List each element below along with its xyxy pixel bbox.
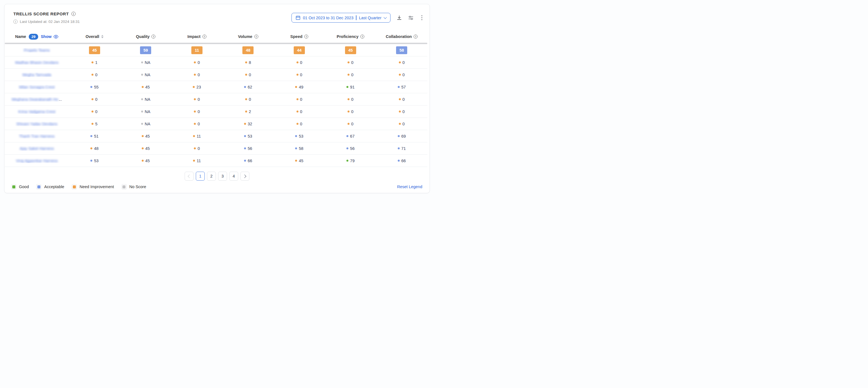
score-text: 0 [351, 60, 353, 65]
score-value: 11 [171, 158, 223, 163]
info-icon[interactable] [414, 35, 417, 38]
column-label: Volume [238, 34, 252, 39]
status-dot-icon [398, 86, 400, 88]
status-dot-icon [346, 147, 348, 149]
status-dot-icon [90, 147, 92, 149]
page-button-2[interactable]: 2 [207, 172, 216, 181]
title-info-icon[interactable] [71, 12, 75, 16]
score-value: 1 [69, 60, 120, 65]
score-legend: Good Acceptable Need Improvement No Scor… [11, 184, 146, 189]
score-value: 91 [325, 85, 376, 89]
member-name-link[interactable]: Madhav Bhasin Devdans [15, 60, 59, 65]
score-value: 0 [69, 97, 120, 101]
table-row: Ajay Saket Harness4845056585671 [5, 142, 427, 155]
member-name-link[interactable]: Megha Tamvada [22, 72, 51, 77]
status-dot-icon [297, 61, 299, 63]
info-icon[interactable] [360, 35, 364, 38]
status-dot-icon [346, 160, 348, 161]
score-text: 0 [197, 122, 200, 126]
table-body: Propelo Teams45591148444558Madhav Bhasin… [5, 44, 427, 167]
status-dot-icon [295, 160, 297, 161]
score-value: 53 [69, 158, 120, 163]
member-name-link[interactable]: Meghana Dwarakanath Ho [12, 97, 58, 101]
member-name-link[interactable]: Shivani Yadav Devdans [16, 122, 57, 126]
score-value: 0 [171, 97, 223, 101]
page-button-4[interactable]: 4 [229, 172, 238, 181]
show-names-button[interactable]: Show [41, 34, 59, 39]
status-dot-icon [90, 86, 92, 88]
date-divider [356, 16, 356, 20]
table-row: Meghana Dwarakanath Ho...0NA00000 [5, 93, 427, 106]
score-text: 0 [402, 60, 405, 65]
sort-carets-icon[interactable] [101, 35, 103, 38]
page-button-1[interactable]: 1 [196, 172, 205, 181]
score-text: 58 [299, 146, 303, 151]
info-icon[interactable] [203, 35, 207, 38]
status-dot-icon [194, 123, 196, 125]
score-value: 79 [325, 158, 376, 163]
status-dot-icon [245, 74, 247, 76]
score-text: 2 [249, 110, 251, 114]
status-dot-icon [244, 160, 246, 161]
status-dot-icon [141, 74, 143, 76]
next-page-button[interactable] [241, 172, 249, 181]
member-name-link[interactable]: Ajay Saket Harness [20, 146, 54, 151]
column-label: Overall [86, 34, 99, 39]
info-icon[interactable] [151, 35, 155, 38]
member-name-link[interactable]: Krina Vadgama Crest [19, 110, 56, 114]
score-pill: 44 [294, 46, 305, 54]
member-name-link[interactable]: Viraj Ajgaonkar Harness [16, 158, 58, 163]
score-value: 66 [376, 158, 427, 163]
score-text: 0 [95, 97, 97, 101]
status-dot-icon [295, 135, 297, 137]
reset-legend-button[interactable]: Reset Legend [397, 184, 422, 189]
score-value: 62 [223, 85, 274, 89]
more-menu-button[interactable] [420, 15, 424, 21]
score-value: 45 [120, 134, 172, 139]
previous-page-button[interactable] [185, 172, 193, 181]
header-controls: 01 Oct 2023 to 31 Dec 2023 Last Quarter [291, 13, 424, 23]
score-text: 91 [350, 85, 354, 89]
legend-item-good[interactable]: Good [11, 184, 29, 189]
score-text: 5 [95, 122, 97, 126]
score-value: NA [120, 110, 172, 114]
status-dot-icon [297, 123, 299, 125]
info-icon[interactable] [304, 35, 308, 38]
eye-icon [53, 35, 59, 39]
info-icon[interactable] [254, 35, 258, 38]
legend-item-acceptable[interactable]: Acceptable [36, 184, 64, 189]
score-text: 0 [95, 110, 97, 114]
page-button-3[interactable]: 3 [218, 172, 227, 181]
report-footer: Good Acceptable Need Improvement No Scor… [4, 184, 430, 189]
column-header-overall[interactable]: Overall [69, 34, 120, 39]
legend-item-need-improvement[interactable]: Need Improvement [72, 184, 114, 189]
settings-button[interactable] [408, 15, 414, 21]
legend-item-no-score[interactable]: No Score [122, 184, 146, 189]
score-text: 0 [249, 97, 251, 101]
score-pill-cell: 58 [376, 46, 427, 54]
status-dot-icon [399, 98, 401, 100]
score-value: 32 [223, 122, 274, 126]
score-value: 0 [171, 146, 223, 151]
score-text: NA [145, 72, 150, 77]
score-value: 45 [274, 158, 325, 163]
status-dot-icon [193, 160, 195, 161]
score-value: 0 [376, 72, 427, 77]
member-name-link[interactable]: Thanh Tran Harness [19, 134, 55, 139]
score-value: 69 [376, 134, 427, 139]
kebab-menu-icon [422, 16, 423, 17]
last-updated-info-icon[interactable] [13, 20, 18, 24]
status-dot-icon [141, 111, 143, 113]
date-range-picker[interactable]: 01 Oct 2023 to 31 Dec 2023 Last Quarter [291, 13, 390, 23]
score-pill-cell: 45 [69, 46, 120, 54]
score-text: 0 [351, 97, 353, 101]
download-button[interactable] [397, 15, 402, 20]
score-value: 0 [376, 97, 427, 101]
score-value: 71 [376, 146, 427, 151]
score-text: 45 [145, 134, 150, 139]
member-name-link[interactable]: Propelo Teams [24, 48, 50, 53]
status-dot-icon [245, 111, 247, 113]
member-name-link[interactable]: Milan Sonagra Crest [19, 85, 55, 89]
score-text: 0 [351, 110, 353, 114]
score-value: 0 [274, 72, 325, 77]
